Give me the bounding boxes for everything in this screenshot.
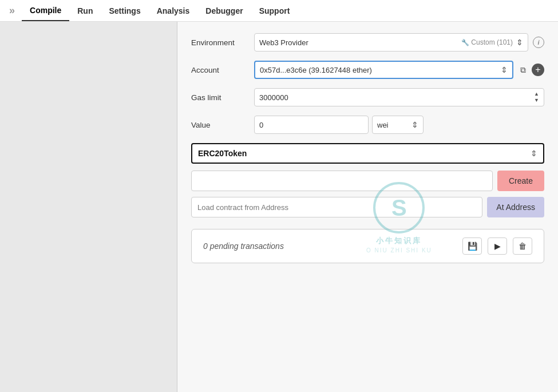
environment-value: Web3 Provider [259, 38, 461, 47]
nav-bar: » Compile Run Settings Analysis Debugger… [0, 0, 558, 22]
gas-increment-icon[interactable]: ▲ [534, 91, 539, 97]
unit-arrow-icon[interactable]: ⇕ [411, 120, 418, 129]
add-account-icon[interactable]: + [532, 64, 544, 76]
account-value: 0x57d...e3c6e (39.1627448 ether) [260, 66, 501, 74]
account-select[interactable]: 0x57d...e3c6e (39.1627448 ether) ⇕ [254, 61, 513, 79]
nav-settings[interactable]: Settings [101, 0, 148, 21]
create-input[interactable] [191, 171, 493, 191]
at-address-input[interactable] [191, 197, 482, 217]
pending-actions: 💾 ▶ 🗑 [462, 237, 532, 255]
unit-value: wei [377, 121, 411, 129]
main-layout: Environment Web3 Provider 🔧 Custom (101)… [0, 22, 558, 392]
nav-support[interactable]: Support [251, 0, 298, 21]
save-transactions-button[interactable]: 💾 [462, 237, 482, 255]
wrench-icon: 🔧 [461, 39, 469, 46]
account-label: Account [191, 66, 254, 74]
pending-text: 0 pending transactions [203, 241, 284, 251]
at-address-button[interactable]: At Address [487, 197, 544, 217]
gas-limit-row: Gas limit 3000000 ▲ ▼ [191, 88, 544, 106]
at-address-row: At Address [191, 197, 544, 217]
environment-control-wrap: Web3 Provider 🔧 Custom (101) ⇕ i [254, 33, 544, 52]
gas-stepper[interactable]: ▲ ▼ [534, 91, 539, 104]
value-label: Value [191, 121, 254, 129]
contract-select[interactable]: ERC20Token ⇕ [191, 143, 544, 164]
create-button[interactable]: Create [497, 171, 544, 191]
sidebar [0, 22, 177, 392]
delete-transactions-button[interactable]: 🗑 [513, 237, 532, 255]
environment-label: Environment [191, 38, 254, 47]
environment-info-icon[interactable]: i [533, 37, 544, 48]
contract-select-row: ERC20Token ⇕ [191, 143, 544, 164]
account-row: Account 0x57d...e3c6e (39.1627448 ether)… [191, 61, 544, 79]
nav-compile[interactable]: Compile [22, 0, 69, 21]
gas-limit-input[interactable]: 3000000 ▲ ▼ [254, 88, 544, 106]
pending-transactions-bar: 0 pending transactions 💾 ▶ 🗑 [191, 229, 544, 263]
value-row: Value 0 wei ⇕ [191, 116, 544, 134]
gas-control-wrap: 3000000 ▲ ▼ [254, 88, 544, 106]
nav-analysis[interactable]: Analysis [149, 0, 198, 21]
environment-select[interactable]: Web3 Provider 🔧 Custom (101) ⇕ [254, 33, 528, 52]
account-control-wrap: 0x57d...e3c6e (39.1627448 ether) ⇕ ⧉ + [254, 61, 544, 79]
nav-chevron-icon[interactable]: » [9, 5, 15, 17]
gas-limit-value: 3000000 [259, 93, 534, 102]
account-arrow-icon[interactable]: ⇕ [501, 65, 508, 74]
content-area: Environment Web3 Provider 🔧 Custom (101)… [177, 22, 558, 392]
contract-arrow-icon[interactable]: ⇕ [531, 149, 537, 158]
nav-run[interactable]: Run [69, 0, 101, 21]
gas-limit-label: Gas limit [191, 93, 254, 102]
create-row: Create [191, 171, 544, 191]
copy-account-icon[interactable]: ⧉ [517, 64, 529, 76]
environment-arrow-icon[interactable]: ⇕ [516, 38, 523, 47]
unit-select[interactable]: wei ⇕ [372, 116, 424, 134]
nav-debugger[interactable]: Debugger [197, 0, 251, 21]
value-amount: 0 [259, 121, 363, 129]
environment-row: Environment Web3 Provider 🔧 Custom (101)… [191, 33, 544, 52]
environment-custom: 🔧 Custom (101) [461, 38, 513, 46]
value-control-wrap: 0 wei ⇕ [254, 116, 544, 134]
value-input[interactable]: 0 [254, 116, 369, 134]
play-transactions-button[interactable]: ▶ [488, 237, 507, 255]
contract-name: ERC20Token [198, 149, 531, 158]
gas-decrement-icon[interactable]: ▼ [534, 97, 539, 104]
